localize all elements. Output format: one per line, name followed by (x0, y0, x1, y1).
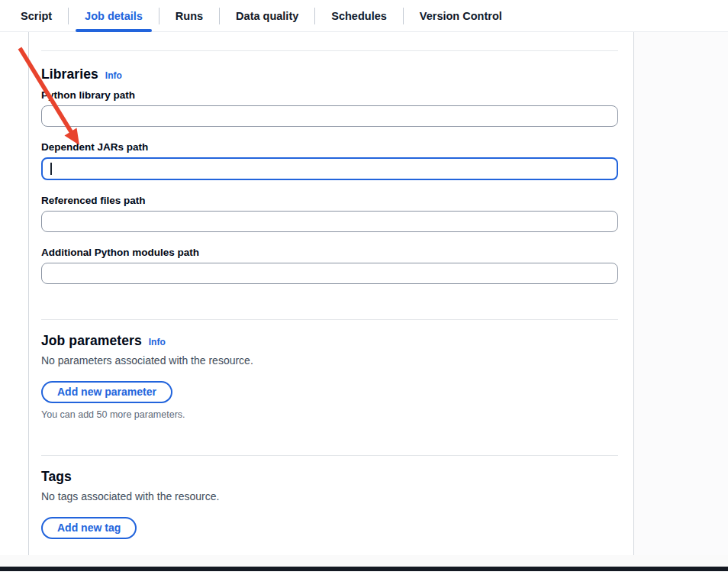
python-library-path-input[interactable] (42, 106, 617, 126)
dependent-jars-path-label: Dependent JARs path (41, 141, 618, 153)
section-divider (41, 50, 618, 51)
python-library-path-label: Python library path (41, 89, 618, 101)
additional-python-modules-path-label: Additional Python modules path (41, 247, 618, 258)
tab-bar: Script Job details Runs Data quality Sch… (0, 0, 728, 32)
dependent-jars-path-input-wrap (41, 157, 618, 180)
job-parameters-section: Job parameters Info No parameters associ… (41, 333, 618, 420)
job-parameters-info-link[interactable]: Info (149, 337, 166, 347)
left-gutter (0, 32, 28, 555)
dependent-jars-path-input[interactable] (43, 159, 617, 179)
glue-job-details-screen: Script Job details Runs Data quality Sch… (0, 0, 728, 575)
right-gutter (634, 32, 728, 555)
dependent-jars-path-field: Dependent JARs path (41, 141, 618, 180)
libraries-section: Libraries Info Python library path Depen… (41, 66, 618, 284)
python-library-path-field: Python library path (41, 89, 618, 127)
add-new-parameter-button[interactable]: Add new parameter (41, 381, 172, 403)
tags-empty-text: No tags associated with the resource. (41, 490, 618, 502)
job-parameters-note: You can add 50 more parameters. (41, 409, 618, 420)
tab-schedules[interactable]: Schedules (315, 0, 403, 32)
tab-data-quality[interactable]: Data quality (220, 0, 314, 32)
job-parameters-title: Job parameters (41, 333, 142, 349)
libraries-title: Libraries (41, 66, 98, 82)
tab-runs[interactable]: Runs (159, 0, 219, 32)
referenced-files-path-input-wrap (41, 211, 618, 232)
text-cursor (50, 163, 52, 175)
libraries-info-link[interactable]: Info (105, 70, 122, 81)
additional-python-modules-path-field: Additional Python modules path (41, 247, 618, 284)
additional-python-modules-path-input[interactable] (42, 263, 617, 283)
tags-section: Tags No tags associated with the resourc… (41, 469, 618, 539)
add-new-tag-button[interactable]: Add new tag (41, 517, 137, 539)
job-details-panel: Libraries Info Python library path Depen… (28, 32, 634, 555)
tags-title: Tags (41, 469, 72, 485)
tab-version-control[interactable]: Version Control (404, 0, 518, 32)
content-row: Libraries Info Python library path Depen… (0, 32, 728, 555)
referenced-files-path-field: Referenced files path (41, 195, 618, 232)
section-divider (41, 455, 618, 456)
additional-python-modules-path-input-wrap (41, 263, 618, 284)
tab-script[interactable]: Script (5, 0, 68, 32)
job-parameters-empty-text: No parameters associated with the resour… (41, 354, 618, 367)
python-library-path-input-wrap (41, 105, 618, 127)
window-bottom-edge (0, 567, 728, 571)
section-divider (41, 319, 618, 320)
referenced-files-path-input[interactable] (42, 212, 617, 231)
bottom-strip (0, 555, 728, 567)
referenced-files-path-label: Referenced files path (41, 195, 618, 206)
tab-job-details[interactable]: Job details (69, 0, 159, 32)
